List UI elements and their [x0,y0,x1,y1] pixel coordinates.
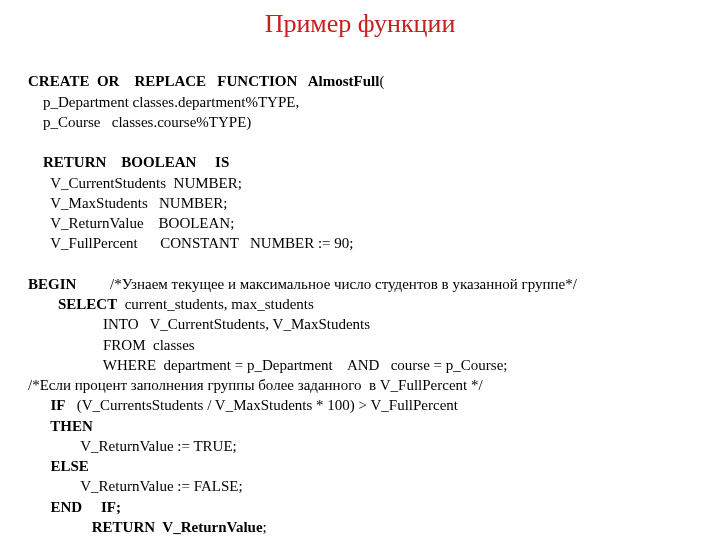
code-line: /*Если процент заполнения группы более з… [28,377,483,393]
code-line: ( [379,73,384,89]
code-line: V_ReturnValue := FALSE; [28,478,243,494]
code-line: ; [263,519,267,535]
code-line: V_ReturnValue BOOLEAN; [28,215,234,231]
code-block: CREATE OR REPLACE FUNCTION AlmostFull( p… [28,51,692,540]
code-line: RETURN BOOLEAN IS [28,154,229,170]
code-line: /*Узнаем текущее и максимальное число ст… [76,276,577,292]
slide: Пример функции CREATE OR REPLACE FUNCTIO… [0,0,720,540]
code-line: INTO V_CurrentStudents, V_MaxStudents [28,316,370,332]
page-title: Пример функции [28,6,692,41]
code-line: V_CurrentStudents NUMBER; [28,175,242,191]
code-line: ELSE [28,458,89,474]
code-line: V_MaxStudents NUMBER; [28,195,227,211]
code-line: THEN [28,418,93,434]
code-line: BEGIN [28,276,76,292]
code-line: SELECT [28,296,117,312]
code-line: p_Department classes.department%TYPE, [28,94,299,110]
code-line: FROM classes [28,337,195,353]
code-line: current_students, max_students [117,296,314,312]
code-line: V_FullPercent CONSTANT NUMBER := 90; [28,235,353,251]
code-line: CREATE OR REPLACE FUNCTION AlmostFull [28,73,379,89]
code-line: END IF; [28,499,121,515]
code-line: (V_CurrentsStudents / V_MaxStudents * 10… [66,397,458,413]
code-line: p_Course classes.course%TYPE) [28,114,251,130]
code-line: RETURN V_ReturnValue [28,519,263,535]
code-line: V_ReturnValue := TRUE; [28,438,237,454]
code-line: IF [28,397,66,413]
code-line: WHERE department = p_Department AND cour… [28,357,507,373]
